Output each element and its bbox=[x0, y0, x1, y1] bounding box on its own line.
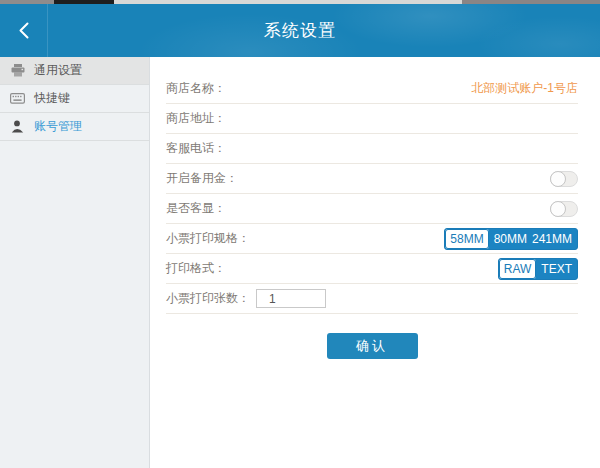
form-row-store-address: 商店地址： bbox=[166, 104, 578, 134]
form-row-petty-cash: 开启备用金： bbox=[166, 164, 578, 194]
form-row-receipt-size: 小票打印规格： 58MM 80MM 241MM bbox=[166, 224, 578, 254]
sidebar-item-general-settings[interactable]: 通用设置 bbox=[0, 57, 149, 85]
sidebar-item-label: 通用设置 bbox=[34, 62, 82, 79]
general-settings-form: 商店名称： 北部测试账户-1号店 商店地址： 客服电话： 开启备用金： 是否客显… bbox=[166, 74, 578, 359]
header-bar: 系统设置 bbox=[0, 4, 600, 57]
field-label: 商店地址： bbox=[166, 110, 226, 127]
segment-option-text[interactable]: TEXT bbox=[536, 259, 577, 279]
confirm-button[interactable]: 确认 bbox=[327, 333, 418, 359]
printer-icon bbox=[10, 63, 25, 78]
print-copies-input[interactable] bbox=[256, 289, 326, 308]
field-label: 开启备用金： bbox=[166, 170, 238, 187]
sidebar-item-label: 账号管理 bbox=[34, 118, 82, 135]
page-title: 系统设置 bbox=[0, 4, 600, 57]
form-row-service-phone: 客服电话： bbox=[166, 134, 578, 164]
form-row-customer-display: 是否客显： bbox=[166, 194, 578, 224]
sidebar: 通用设置 快捷键 账号管理 bbox=[0, 57, 150, 468]
system-settings-window: 系统设置 通用设置 bbox=[0, 0, 600, 468]
form-row-print-copies: 小票打印张数： bbox=[166, 284, 578, 314]
field-label: 客服电话： bbox=[166, 140, 226, 157]
form-row-store-name: 商店名称： 北部测试账户-1号店 bbox=[166, 74, 578, 104]
sidebar-item-account-management[interactable]: 账号管理 bbox=[0, 113, 149, 141]
sidebar-item-shortcuts[interactable]: 快捷键 bbox=[0, 85, 149, 113]
segment-option-80mm[interactable]: 80MM bbox=[489, 229, 532, 249]
sidebar-item-label: 快捷键 bbox=[34, 90, 70, 107]
form-row-print-format: 打印格式： RAW TEXT bbox=[166, 254, 578, 284]
keyboard-icon bbox=[10, 91, 25, 106]
field-label: 商店名称： bbox=[166, 80, 226, 97]
petty-cash-toggle[interactable] bbox=[550, 171, 578, 187]
receipt-size-segmented-control: 58MM 80MM 241MM bbox=[444, 228, 578, 250]
field-label: 打印格式： bbox=[166, 260, 226, 277]
print-format-segmented-control: RAW TEXT bbox=[498, 258, 578, 280]
field-label: 是否客显： bbox=[166, 200, 226, 217]
field-label: 小票打印规格： bbox=[166, 230, 250, 247]
store-name-value: 北部测试账户-1号店 bbox=[471, 80, 578, 97]
segment-option-241mm[interactable]: 241MM bbox=[532, 229, 577, 249]
field-label: 小票打印张数： bbox=[166, 290, 250, 307]
settings-panel: 商店名称： 北部测试账户-1号店 商店地址： 客服电话： 开启备用金： 是否客显… bbox=[150, 57, 600, 468]
customer-display-toggle[interactable] bbox=[550, 201, 578, 217]
segment-option-58mm[interactable]: 58MM bbox=[445, 229, 488, 249]
segment-option-raw[interactable]: RAW bbox=[499, 259, 537, 279]
user-icon bbox=[10, 119, 25, 134]
